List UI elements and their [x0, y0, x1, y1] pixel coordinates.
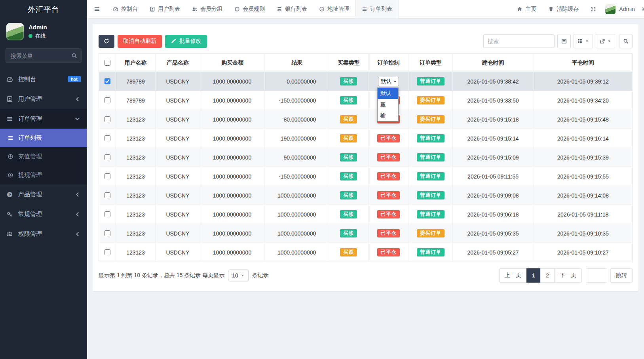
orders-table: 用户名称 产品名称 购买金额 结果 买卖类型 订单控制 订单类型 建仓时间 平仓…: [99, 53, 633, 262]
prev-page-button[interactable]: 上一页: [499, 268, 527, 283]
page-size-select[interactable]: 10: [228, 270, 249, 281]
cell-amount: 1000.00000000: [200, 129, 265, 148]
table-row[interactable]: 123123USDCNY1000.0000000080.00000000买跌已平…: [99, 110, 633, 129]
row-checkbox[interactable]: [104, 135, 110, 141]
row-checkbox[interactable]: [104, 97, 110, 103]
select-all-checkbox[interactable]: [104, 60, 110, 66]
trade-type-badge: 买跌: [340, 115, 357, 123]
table-row[interactable]: 789789USDCNY1000.000000000.00000000买涨默认默…: [99, 72, 633, 91]
dropdown-option[interactable]: 输: [378, 110, 398, 121]
nav-tab-member-rules[interactable]: 会员规则: [228, 0, 271, 18]
sidebar-item-permission-management[interactable]: 权限管理: [0, 224, 87, 244]
cell-trade-type: 买涨: [329, 148, 368, 167]
cell-result: 1000.00000000: [265, 205, 329, 224]
cell-order-control: 已平仓: [368, 129, 408, 148]
row-checkbox[interactable]: [104, 230, 110, 236]
settings-button[interactable]: [635, 6, 644, 12]
sidebar-item-user-management[interactable]: 用户管理: [0, 89, 87, 109]
cell-open-time: 2026-01-05 09:38:42: [452, 72, 534, 91]
home-button[interactable]: 主页: [511, 6, 542, 13]
table-row[interactable]: 123123USDCNY1000.000000001000.00000000买涨…: [99, 224, 633, 243]
navbar-username[interactable]: Admin: [619, 6, 635, 12]
user-name: Admin: [28, 24, 47, 30]
row-checkbox[interactable]: [104, 192, 110, 198]
table-row[interactable]: 789789USDCNY1000.00000000-150.00000000买涨…: [99, 91, 633, 110]
table-row[interactable]: 123123USDCNY1000.000000001000.00000000买涨…: [99, 186, 633, 205]
order-type-badge: 委买订单: [417, 229, 445, 237]
cell-order-type: 普通订单: [409, 129, 453, 148]
sidebar-toggle-button[interactable]: [87, 0, 107, 18]
table-row[interactable]: 123123USDCNY1000.00000000-150.00000000买涨…: [99, 167, 633, 186]
detail-view-button[interactable]: [557, 34, 571, 48]
cell-product: USDCNY: [155, 167, 200, 186]
row-checkbox[interactable]: [104, 154, 110, 160]
export-button[interactable]: [596, 34, 615, 48]
nav-tab-dashboard[interactable]: 控制台: [107, 0, 144, 18]
pagination-controls: 上一页 1 2 下一页 跳转: [499, 268, 633, 283]
database-icon: [277, 6, 282, 12]
row-checkbox[interactable]: [104, 78, 110, 84]
circle-arrow-up-icon: [8, 172, 13, 178]
caret-down-icon: [585, 39, 589, 43]
batch-edit-button[interactable]: 批量修改: [165, 35, 207, 48]
id-card-icon: [6, 96, 13, 103]
cell-result: 1000.00000000: [265, 224, 329, 243]
cell-product: USDCNY: [155, 186, 200, 205]
table-search-input[interactable]: [483, 34, 555, 48]
cell-amount: 1000.00000000: [200, 205, 265, 224]
page-jump-input[interactable]: [586, 268, 607, 283]
sidebar-search-input[interactable]: [6, 48, 82, 63]
sidebar-item-dashboard[interactable]: 控制台 hot: [0, 69, 87, 89]
cell-trade-type: 买跌: [329, 243, 368, 262]
col-product: 产品名称: [155, 54, 200, 72]
page-button-1[interactable]: 1: [526, 268, 541, 283]
table-toolbar: 取消自动刷新 批量修改: [99, 34, 633, 48]
page-button-2[interactable]: 2: [540, 268, 555, 283]
cell-username: 123123: [116, 243, 156, 262]
nav-tab-user-list[interactable]: 用户列表: [144, 0, 186, 18]
navbar-avatar[interactable]: [605, 4, 616, 14]
columns-button[interactable]: [574, 34, 593, 48]
sidebar-item-recharge-management[interactable]: 充值管理: [0, 147, 87, 166]
sidebar-item-product-management[interactable]: 产品管理: [0, 184, 87, 204]
sidebar-item-withdraw-management[interactable]: 提现管理: [0, 166, 87, 184]
order-control-badge: 已平仓: [377, 210, 400, 218]
next-page-button[interactable]: 下一页: [554, 268, 582, 283]
cell-close-time: 2026-01-05 09:10:35: [534, 224, 632, 243]
table-row[interactable]: 123123USDCNY1000.00000000190.00000000买跌已…: [99, 129, 633, 148]
order-control-select[interactable]: 默认: [378, 77, 399, 86]
row-checkbox[interactable]: [104, 211, 110, 217]
row-checkbox[interactable]: [104, 116, 110, 122]
row-select-cell: [99, 205, 116, 224]
refresh-button[interactable]: [99, 35, 114, 48]
row-checkbox[interactable]: [104, 249, 110, 255]
col-close-time: 平仓时间: [534, 54, 632, 72]
nav-tab-bank-list[interactable]: 银行列表: [271, 0, 313, 18]
clear-cache-button[interactable]: 清除缓存: [542, 6, 585, 13]
nav-tab-member-groups[interactable]: 会员分组: [186, 0, 228, 18]
nav-tab-order-list[interactable]: 订单列表: [355, 0, 399, 18]
table-row[interactable]: 123123USDCNY1000.000000001000.00000000买涨…: [99, 205, 633, 224]
col-username: 用户名称: [116, 54, 156, 72]
fullscreen-button[interactable]: [585, 6, 602, 12]
sidebar-item-order-management[interactable]: 订单管理: [0, 109, 87, 129]
dropdown-option[interactable]: 赢: [378, 99, 398, 110]
search-toggle-button[interactable]: [619, 34, 633, 48]
cc-icon: [319, 6, 325, 12]
caret-up-icon: [241, 274, 245, 277]
sidebar-item-general-management[interactable]: 常规管理: [0, 204, 87, 224]
table-row[interactable]: 123123USDCNY1000.0000000090.00000000买涨已平…: [99, 148, 633, 167]
order-control-badge: 已平仓: [377, 153, 400, 161]
page-jump-button[interactable]: 跳转: [610, 268, 633, 283]
sidebar-item-order-list[interactable]: 订单列表: [0, 129, 87, 147]
row-checkbox[interactable]: [104, 173, 110, 179]
cell-product: USDCNY: [155, 72, 200, 91]
nav-tab-address-management[interactable]: 地址管理: [313, 0, 355, 18]
expand-icon: [591, 6, 596, 12]
row-select-cell: [99, 224, 116, 243]
gauge-icon: [113, 6, 118, 12]
dropdown-option[interactable]: 默认: [378, 88, 398, 99]
cell-trade-type: 买涨: [329, 167, 368, 186]
cancel-auto-refresh-button[interactable]: 取消自动刷新: [118, 35, 162, 48]
table-row[interactable]: 123123USDCNY1000.000000001000.00000000买跌…: [99, 243, 633, 262]
